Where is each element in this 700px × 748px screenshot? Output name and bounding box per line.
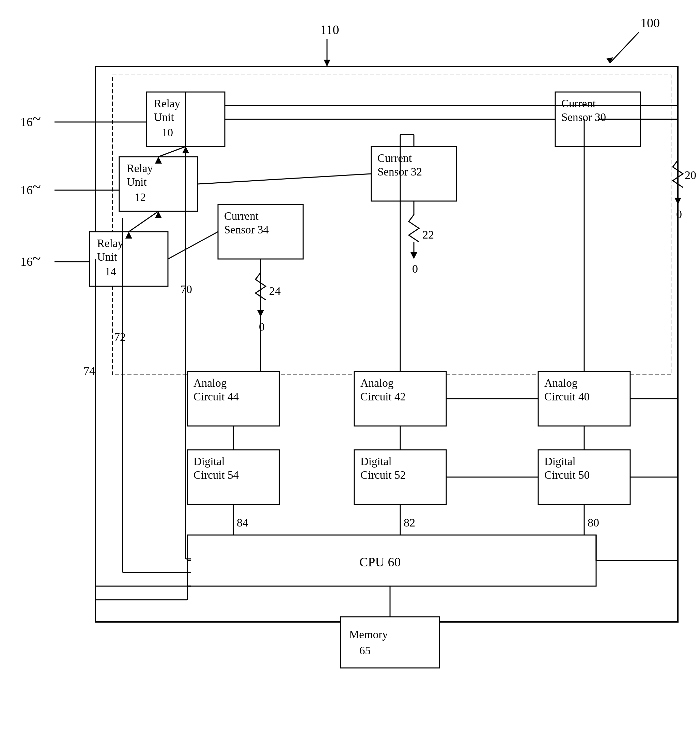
svg-line-48 <box>129 211 158 232</box>
svg-text:10: 10 <box>162 126 173 139</box>
diagram-container: 100 110 16 ~ 16 ~ 16 ~ Relay Unit 10 <box>0 0 700 748</box>
svg-text:Circuit 42: Circuit 42 <box>360 391 406 403</box>
wire-16-2: 16 <box>20 183 33 197</box>
current-sensor-30-label: Current <box>561 97 596 110</box>
svg-line-46 <box>158 146 186 157</box>
svg-text:Unit: Unit <box>127 176 147 188</box>
svg-line-82 <box>168 232 218 259</box>
wire-16-3: 16 <box>20 255 33 269</box>
svg-line-81 <box>197 174 371 184</box>
svg-line-0 <box>610 32 639 63</box>
wire-72: 72 <box>114 331 126 343</box>
zero-1: 0 <box>676 208 682 220</box>
digital-50-label: Digital <box>544 455 575 468</box>
wire-80: 80 <box>588 516 599 529</box>
svg-text:Circuit 50: Circuit 50 <box>544 469 590 481</box>
svg-text:Unit: Unit <box>154 111 174 123</box>
wire-16-1: 16 <box>20 115 33 129</box>
zero-3: 0 <box>259 320 265 333</box>
svg-text:~: ~ <box>32 110 41 127</box>
relay-unit-14-label: Relay <box>97 237 123 249</box>
svg-text:Circuit 44: Circuit 44 <box>193 391 239 403</box>
svg-marker-62 <box>410 252 417 259</box>
zero-2: 0 <box>412 262 418 275</box>
cpu-60-label: CPU 60 <box>359 555 401 569</box>
ref-110: 110 <box>320 23 339 37</box>
svg-marker-65 <box>674 198 681 204</box>
svg-rect-40 <box>341 617 439 668</box>
wire-74: 74 <box>84 365 95 377</box>
relay-unit-10-label: Relay <box>154 97 180 110</box>
analog-42-label: Analog <box>360 377 393 389</box>
memory-65-label: Memory <box>349 628 388 641</box>
svg-text:~: ~ <box>32 249 41 267</box>
wire-84: 84 <box>237 516 248 529</box>
svg-text:65: 65 <box>359 645 370 657</box>
relay-unit-12-label: Relay <box>127 162 153 175</box>
wire-70: 70 <box>181 283 192 295</box>
svg-text:Circuit 52: Circuit 52 <box>360 469 406 481</box>
svg-marker-49 <box>155 211 162 218</box>
svg-text:Circuit 40: Circuit 40 <box>544 391 590 403</box>
digital-54-label: Digital <box>193 455 225 468</box>
svg-text:12: 12 <box>135 191 146 204</box>
wire-82: 82 <box>404 516 415 529</box>
svg-text:~: ~ <box>32 178 41 195</box>
svg-text:Circuit 54: Circuit 54 <box>193 469 239 481</box>
digital-52-label: Digital <box>360 455 392 468</box>
svg-text:14: 14 <box>105 266 116 278</box>
ref-100: 100 <box>641 16 660 30</box>
svg-text:Sensor 34: Sensor 34 <box>224 223 269 236</box>
analog-40-label: Analog <box>544 377 577 389</box>
wire-20: 20 <box>685 169 696 181</box>
current-sensor-32-label: Current <box>377 152 412 164</box>
wire-24: 24 <box>269 284 281 297</box>
current-sensor-34-label: Current <box>224 210 258 222</box>
analog-44-label: Analog <box>193 377 226 389</box>
wire-22: 22 <box>422 228 434 241</box>
svg-text:Unit: Unit <box>97 251 117 263</box>
svg-marker-3 <box>323 59 330 67</box>
